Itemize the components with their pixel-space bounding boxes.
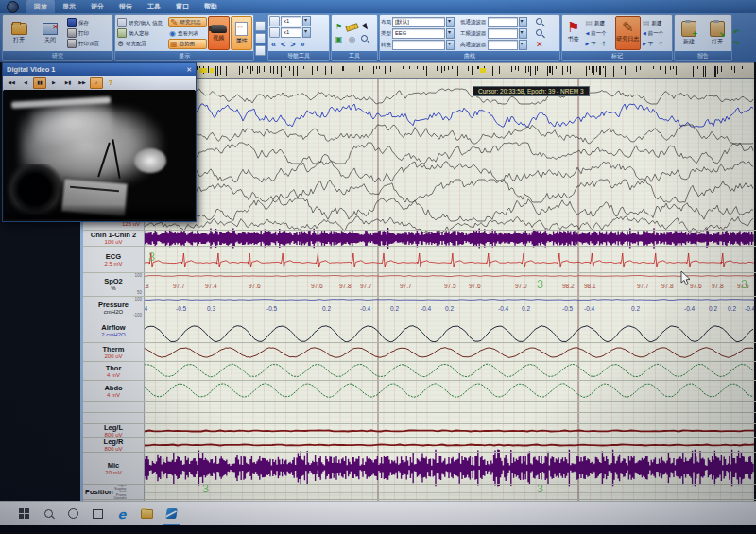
step-forward-button[interactable]: ▶▮ <box>61 77 75 89</box>
log-new-button[interactable]: 新建 <box>642 18 671 27</box>
print-setup-button[interactable]: 打印设置 <box>66 39 100 48</box>
type-field[interactable]: EEG <box>392 28 445 39</box>
page-speed-icon[interactable] <box>269 16 280 26</box>
bookmark-button[interactable]: 书签 <box>563 16 583 50</box>
channel-label-6[interactable]: Thor4 mV <box>83 361 144 380</box>
taskbar-file-explorer-button[interactable] <box>134 502 159 525</box>
menu-tab-4[interactable]: 报告 <box>112 0 140 13</box>
taskbar-search-button[interactable] <box>36 502 60 525</box>
log-prev-button[interactable]: 前一个 <box>642 28 671 38</box>
marker-new-button[interactable]: 新建 <box>584 18 613 27</box>
marker-next-button[interactable]: 下一个 <box>584 39 613 48</box>
channel-label-8[interactable]: Leg/L800 uV <box>83 423 144 437</box>
layout-dropdown[interactable] <box>446 17 455 27</box>
play-button[interactable]: ▶ <box>47 77 60 89</box>
channel-label-7[interactable]: Abdo4 mV <box>83 380 144 401</box>
zoom-tool-button[interactable] <box>359 34 371 45</box>
taskbar-task-view-button[interactable] <box>85 502 110 525</box>
row-separator <box>83 401 756 402</box>
taskbar-start-button[interactable] <box>11 502 36 525</box>
highpass-field[interactable] <box>488 40 518 50</box>
study-log-button[interactable]: 研究日志 <box>168 17 207 27</box>
channel-label-0[interactable]: Chin 1-Chin 2100 uV <box>83 230 144 246</box>
study-config-button[interactable]: 研究配置 <box>116 39 167 48</box>
trend-button[interactable]: 趋势图 <box>168 39 207 49</box>
audio-button[interactable]: ♪ <box>90 77 103 89</box>
go-back-button[interactable]: < <box>279 40 287 49</box>
binocular-tool-button[interactable] <box>346 34 358 45</box>
help-button[interactable]: ? <box>104 77 117 89</box>
channel-label-11[interactable]: PositionRightSupineLeftProneUpright <box>83 484 144 499</box>
transform-field[interactable] <box>392 40 445 50</box>
highpass-dropdown[interactable] <box>519 40 527 50</box>
channel-label-10[interactable]: Mic20 mV <box>83 452 144 484</box>
taskbar-cortana-button[interactable] <box>60 502 85 525</box>
digital-video-window[interactable]: Digital Video 1 ✕ ◀◀◀▮▮▶▶▮▶▶♪? <box>2 62 197 222</box>
properties-button[interactable]: 属性 <box>231 16 252 50</box>
pointer-tool-button[interactable] <box>359 22 371 33</box>
close-button[interactable]: 关闭 <box>35 16 65 50</box>
quick-icon-1[interactable] <box>255 21 266 31</box>
redo-icon[interactable] <box>733 40 747 48</box>
play-speed-dropdown[interactable] <box>302 27 311 38</box>
rewind-button[interactable]: ◀◀ <box>5 77 18 89</box>
app-button[interactable] <box>7 1 19 13</box>
view-list-button[interactable]: 查看列表 <box>168 28 207 38</box>
zoom-in-button[interactable] <box>536 18 545 27</box>
study-log-big-button[interactable]: 研究日志 <box>615 16 641 50</box>
zoom-out-button[interactable] <box>536 29 545 39</box>
patient-info-button[interactable]: 研究/病人 信息 <box>116 18 167 27</box>
page-speed-value[interactable]: x1 <box>281 16 301 26</box>
channel-label-9[interactable]: Leg/R800 uV <box>83 437 144 452</box>
fast-forward-button[interactable]: ▶▶ <box>76 77 89 89</box>
channel-label-3[interactable]: PressurecmH2O100-100 <box>83 296 144 319</box>
lowpass-dropdown[interactable] <box>519 17 527 27</box>
report-new-button[interactable]: 新建 <box>677 16 701 50</box>
channel-label-1[interactable]: ECG2.5 mV <box>83 246 144 272</box>
taskbar-edge-button[interactable] <box>110 502 134 525</box>
transform-dropdown[interactable] <box>446 40 455 50</box>
flag-tool-button[interactable] <box>333 22 345 33</box>
quick-icon-2[interactable] <box>255 33 266 43</box>
step-back-button[interactable]: ◀ <box>19 77 32 89</box>
log-next-button[interactable]: 下一个 <box>642 39 671 48</box>
go-last-button[interactable]: » <box>299 40 307 49</box>
quick-icon-3[interactable] <box>255 45 266 56</box>
menu-tab-5[interactable]: 工具 <box>140 0 168 13</box>
ribbon-group-reports: 新建 打开 报告 <box>674 14 732 61</box>
ruler-tool-button[interactable] <box>346 22 358 33</box>
channel-label-4[interactable]: Airflow2 cmH2O <box>83 319 144 342</box>
menu-tab-3[interactable]: 评分 <box>83 0 112 13</box>
menu-tab-1[interactable]: 回放 <box>26 0 55 13</box>
open-button[interactable]: 打开 <box>4 16 34 50</box>
marker-prev-button[interactable]: 前一个 <box>584 28 613 38</box>
clear-filter-button[interactable] <box>536 41 545 49</box>
go-first-button[interactable]: « <box>269 40 278 49</box>
trace-area[interactable]: Cursor: 20:33:58, Epoch: 39 - NREM 3 97.… <box>145 79 754 501</box>
page-speed-dropdown[interactable] <box>302 16 311 26</box>
notch-dropdown[interactable] <box>519 28 527 39</box>
play-speed-value[interactable]: x1 <box>281 27 301 38</box>
video-close-icon[interactable]: ✕ <box>186 66 192 74</box>
patient-calibration-button[interactable]: 病人定标 <box>116 28 167 38</box>
menu-tab-6[interactable]: 窗口 <box>168 0 197 13</box>
undo-icon[interactable] <box>733 28 747 37</box>
menu-tab-2[interactable]: 显示 <box>55 0 83 13</box>
taskbar-active-app-button[interactable] <box>159 502 183 525</box>
go-forward-button[interactable]: > <box>288 40 297 49</box>
channel-label-2[interactable]: SpO2%10050 <box>83 272 144 296</box>
lowpass-field[interactable] <box>488 17 518 27</box>
notch-field[interactable] <box>488 28 518 39</box>
report-open-button[interactable]: 打开 <box>705 16 730 50</box>
layout-field[interactable]: [默认] <box>392 17 445 27</box>
video-window-titlebar[interactable]: Digital Video 1 ✕ <box>3 63 196 76</box>
menu-tab-7[interactable]: 帮助 <box>197 0 225 13</box>
play-speed-icon[interactable] <box>269 27 280 38</box>
save-button[interactable]: 保存 <box>66 18 100 27</box>
pause-button[interactable]: ▮▮ <box>33 77 46 89</box>
video-button[interactable]: 视频 <box>208 16 230 50</box>
marker-tool-button[interactable] <box>333 34 345 45</box>
channel-label-5[interactable]: Therm200 uV <box>83 342 144 361</box>
type-dropdown[interactable] <box>446 28 455 39</box>
print-button[interactable]: 打印 <box>66 28 100 38</box>
